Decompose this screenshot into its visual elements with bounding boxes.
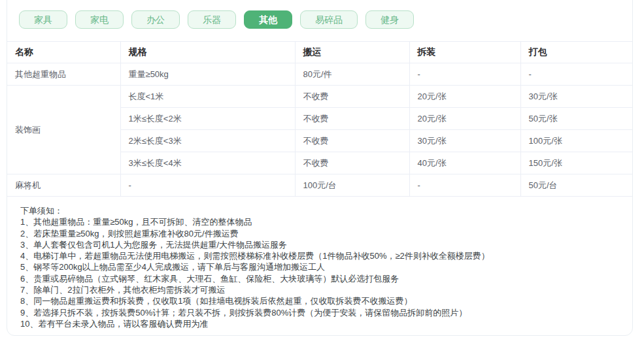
disassembly-fee-cell: - bbox=[409, 174, 520, 197]
col-header-moving: 搬运 bbox=[295, 42, 409, 63]
table-header-row: 名称 规格 搬运 拆装 打包 bbox=[7, 42, 633, 63]
order-note-item: 10、若有平台未录入物品，请以客服确认费用为准 bbox=[20, 318, 620, 329]
item-name-cell: 其他超重物品 bbox=[7, 63, 120, 86]
order-note-item: 8、同一物品超重搬运费和拆装费，仅收取1项（如挂墙电视拆装后依然超重，仅收取拆装… bbox=[20, 295, 620, 306]
disassembly-fee-cell: 20元/张 bbox=[409, 108, 520, 130]
packing-fee-cell: 100元/张 bbox=[520, 130, 633, 152]
disassembly-fee-cell: 30元/张 bbox=[409, 130, 520, 152]
spec-cell: 3米≤长度<4米 bbox=[120, 152, 295, 174]
order-note-item: 3、单人套餐仅包含司机1人为您服务，无法提供超重/大件物品搬运服务 bbox=[20, 239, 620, 250]
col-header-packing: 打包 bbox=[520, 42, 633, 63]
spec-cell: 长度<1米 bbox=[120, 86, 295, 108]
category-tabs: 家具 家电 办公 乐器 其他 易碎品 健身 bbox=[19, 10, 632, 29]
disassembly-fee-cell: - bbox=[409, 63, 520, 86]
order-note-item: 4、电梯订单中，若超重物品无法使用电梯搬运，则需按照楼梯标准补收楼层费（1件物品… bbox=[20, 250, 620, 261]
moving-fee-cell: 不收费 bbox=[295, 152, 409, 174]
spec-cell: - bbox=[120, 174, 295, 197]
tab-instruments[interactable]: 乐器 bbox=[188, 10, 236, 29]
order-note-item: 1、其他超重物品：重量≥50kg，且不可拆卸、清空的整体物品 bbox=[20, 216, 620, 227]
tab-fragile[interactable]: 易碎品 bbox=[300, 10, 358, 29]
table-row: 麻将机 - 100元/台 - 50元/台 bbox=[7, 174, 633, 197]
disassembly-fee-cell: 40元/张 bbox=[409, 152, 520, 174]
tab-furniture[interactable]: 家具 bbox=[19, 10, 67, 29]
tab-appliances[interactable]: 家电 bbox=[75, 10, 124, 29]
tab-fitness[interactable]: 健身 bbox=[365, 10, 414, 29]
table-row: 装饰画 长度<1米 不收费 20元/张 30元/张 bbox=[7, 86, 633, 108]
order-note-item: 5、钢琴等200kg以上物品需至少4人完成搬运，请下单后与客服沟通增加搬运工人 bbox=[20, 261, 620, 272]
moving-fee-cell: 不收费 bbox=[295, 130, 409, 152]
packing-fee-cell: 50元/张 bbox=[520, 108, 633, 130]
order-note-item: 2、若床垫重量≥50kg，则按照超重标准补收80元/件搬运费 bbox=[20, 228, 620, 239]
table-row: 其他超重物品 重量≥50kg 80元/件 - - bbox=[7, 63, 633, 86]
packing-fee-cell: 30元/张 bbox=[520, 86, 633, 108]
spec-cell: 1米≤长度<2米 bbox=[120, 108, 295, 130]
col-header-spec: 规格 bbox=[120, 42, 295, 63]
tab-office[interactable]: 办公 bbox=[131, 10, 180, 29]
moving-fee-cell: 不收费 bbox=[295, 86, 409, 108]
spec-cell: 2米≤长度<3米 bbox=[120, 130, 295, 152]
tab-others[interactable]: 其他 bbox=[244, 10, 292, 29]
col-header-name: 名称 bbox=[7, 42, 120, 63]
packing-fee-cell: - bbox=[520, 63, 633, 86]
order-note-item: 9、若选择只拆不装，按拆装费50%计算；若只装不拆，则按拆装费80%计费（为便于… bbox=[20, 307, 620, 318]
order-note-item: 7、除单门、2拉门衣柜外，其他衣柜均需拆装才可搬运 bbox=[20, 284, 620, 295]
disassembly-fee-cell: 20元/张 bbox=[409, 86, 520, 108]
col-header-disassembly: 拆装 bbox=[409, 42, 520, 63]
item-name-cell: 装饰画 bbox=[7, 86, 120, 174]
moving-fee-cell: 100元/台 bbox=[295, 174, 409, 197]
order-note-item: 6、贵重或易碎物品（立式钢琴、红木家具、大理石、鱼缸、保险柜、大块玻璃等）默认必… bbox=[20, 273, 620, 284]
item-name-cell: 麻将机 bbox=[7, 174, 120, 197]
packing-fee-cell: 150元/张 bbox=[520, 152, 633, 174]
packing-fee-cell: 50元/台 bbox=[520, 174, 633, 197]
pricing-card: 家具 家电 办公 乐器 其他 易碎品 健身 名称 规格 搬运 拆装 打包 其他超… bbox=[7, 0, 633, 336]
moving-fee-cell: 不收费 bbox=[295, 108, 409, 130]
pricing-table: 名称 规格 搬运 拆装 打包 其他超重物品 重量≥50kg 80元/件 - - … bbox=[7, 41, 633, 197]
order-notes-title: 下单须知： bbox=[20, 205, 620, 216]
spec-cell: 重量≥50kg bbox=[120, 63, 295, 86]
order-notes: 下单须知： 1、其他超重物品：重量≥50kg，且不可拆卸、清空的整体物品 2、若… bbox=[7, 197, 632, 329]
moving-fee-cell: 80元/件 bbox=[295, 63, 409, 86]
